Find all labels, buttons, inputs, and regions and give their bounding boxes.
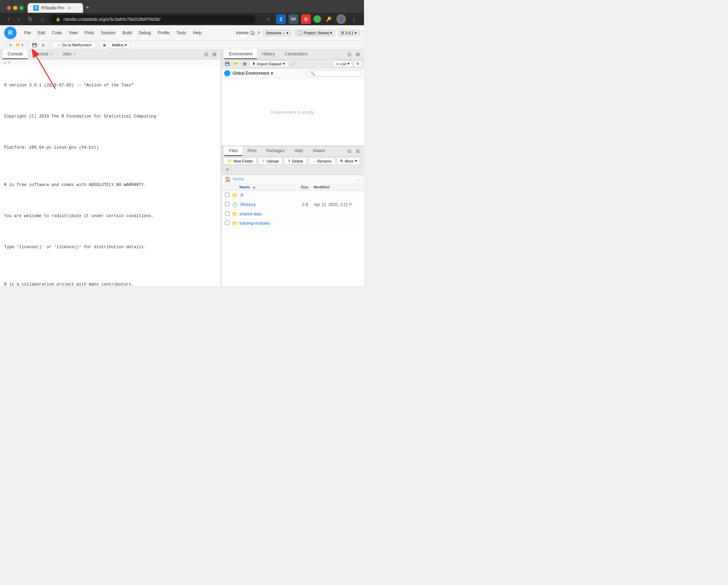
tab-environment[interactable]: Environment	[224, 49, 257, 59]
list-button[interactable]: ≡ List ▾	[333, 61, 353, 67]
file-checkbox-r[interactable]	[225, 193, 232, 198]
close-window-button[interactable]	[7, 6, 11, 10]
tab-terminal[interactable]: Terminal ×	[28, 49, 57, 59]
tab-help[interactable]: Help	[290, 146, 308, 156]
reload-button[interactable]: ↻	[26, 15, 35, 23]
menu-build[interactable]: Build	[119, 29, 135, 37]
g-extension-icon[interactable]: G	[301, 14, 311, 24]
file-checkbox-rhistory[interactable]	[225, 202, 232, 207]
open-file-button[interactable]: 📂 ▾	[15, 42, 25, 48]
collapse-left-button[interactable]: ⊟	[203, 51, 210, 58]
back-button[interactable]: ‹	[6, 15, 11, 23]
minimize-window-button[interactable]	[13, 6, 17, 10]
expand-files-button[interactable]: ⊞	[354, 148, 361, 155]
project-button[interactable]: 📋 Project: (None) ▾	[294, 30, 335, 36]
sh-extension-icon[interactable]: SH	[289, 14, 298, 24]
tab-jobs[interactable]: Jobs ×	[57, 49, 80, 59]
minimize-files-button[interactable]: ⊟	[346, 148, 353, 155]
checkbox-training-modules[interactable]	[225, 221, 229, 225]
file-name-r[interactable]: .R	[239, 193, 286, 198]
files-panel-tabs: Files Plots Packages Help Viewer	[221, 146, 364, 156]
env-broom-button[interactable]: 🧹	[290, 61, 297, 67]
menu-session[interactable]: Session	[97, 29, 119, 37]
console-line-2: Copyright (C) 2019 The R Foundation for …	[4, 113, 217, 120]
new-tab-button[interactable]: +	[83, 3, 92, 13]
menu-edit[interactable]: Edit	[34, 29, 48, 37]
checkbox-shared-data[interactable]	[225, 211, 229, 216]
file-name-training-modules[interactable]: training-modules	[239, 221, 286, 226]
goto-file-button[interactable]: → Go to file/function	[52, 42, 96, 48]
new-file-button[interactable]: 📄 ▾	[3, 42, 13, 48]
save-button[interactable]: 💾	[31, 42, 38, 48]
terminal-close-icon[interactable]: ×	[50, 52, 53, 56]
header-modified[interactable]: Modified	[314, 185, 361, 189]
key-icon[interactable]: 🔑	[324, 14, 334, 24]
tab-viewer[interactable]: Viewer	[308, 146, 330, 156]
path-home-label[interactable]: Home	[233, 177, 244, 182]
menu-profile[interactable]: Profile	[154, 29, 173, 37]
expand-env-button[interactable]: ⊞	[354, 51, 361, 58]
menu-code[interactable]: Code	[48, 29, 65, 37]
path-options-icon[interactable]: …	[356, 176, 361, 182]
expand-left-button[interactable]: ⊞	[211, 51, 218, 58]
upload-button[interactable]: ⬆ Upload	[258, 157, 282, 165]
right-panel: Environment History Connections ⊟ ⊞ 💾	[221, 49, 364, 286]
files-refresh-button[interactable]: ↻	[224, 166, 232, 174]
menu-right-area: trainee 🏠 ↗ Sessions ⬦ ▾ 📋 Project: (Non…	[236, 30, 360, 36]
menu-view[interactable]: View	[65, 29, 81, 37]
run-button[interactable]: ▶	[102, 42, 108, 48]
folder-icon-r: 📁	[232, 193, 239, 198]
env-save-button[interactable]: 💾	[224, 61, 231, 67]
toolbar: 📄 ▾ 📂 ▾ 💾 🖨 → Go to file/function ▶ Addi…	[0, 41, 364, 49]
browser-tab[interactable]: R RStudio Pro ×	[28, 3, 83, 13]
file-name-rhistory[interactable]: .Rhistory	[239, 202, 286, 207]
file-size-rhistory: 0 B	[286, 202, 314, 207]
file-checkbox-training-modules[interactable]	[225, 221, 232, 226]
rename-button[interactable]: → Rename	[308, 158, 336, 165]
tab-console[interactable]: Console	[3, 49, 28, 59]
user-avatar[interactable]: 👤	[336, 14, 346, 24]
sessions-button[interactable]: Sessions ⬦ ▾	[263, 30, 292, 36]
menu-tools[interactable]: Tools	[173, 29, 190, 37]
menu-debug[interactable]: Debug	[135, 29, 154, 37]
env-search-input[interactable]	[307, 70, 361, 76]
menu-icon[interactable]: ⋮	[349, 14, 358, 24]
star-icon[interactable]: ☆	[264, 14, 273, 24]
url-input[interactable]: 🔒 rstudio.ccdatalab.org/s/5c3afcfc78a318…	[50, 15, 255, 24]
tab-close-button[interactable]: ×	[68, 5, 71, 11]
new-folder-button[interactable]: 📁 New Folder	[224, 157, 257, 165]
menu-help[interactable]: Help	[190, 29, 205, 37]
addins-button[interactable]: Addins ▾	[109, 42, 130, 48]
fullscreen-window-button[interactable]	[19, 6, 24, 10]
checkbox-rhistory[interactable]	[225, 202, 229, 206]
checkbox-r[interactable]	[225, 193, 229, 197]
import-dataset-button[interactable]: ⬆ Import Dataset ▾	[249, 61, 288, 67]
console-line-6: You are welcome to redistribute it under…	[4, 213, 217, 219]
env-grid-button[interactable]: ▦	[242, 61, 248, 67]
forward-button[interactable]: ›	[16, 15, 21, 23]
console-path-area: ~/ ↗	[0, 59, 221, 66]
file-checkbox-shared-data[interactable]	[225, 211, 232, 217]
menu-plots[interactable]: Plots	[81, 29, 98, 37]
green-dot-icon[interactable]	[313, 15, 321, 23]
home-button[interactable]: ⌂	[39, 15, 46, 23]
header-name[interactable]: Name ▲	[239, 185, 286, 189]
minimize-env-button[interactable]: ⊟	[346, 51, 353, 58]
print-button[interactable]: 🖨	[40, 42, 46, 48]
header-size[interactable]: Size	[286, 185, 314, 189]
tab-files[interactable]: Files	[224, 146, 243, 156]
menu-file[interactable]: File	[21, 29, 34, 37]
file-name-shared-data[interactable]: shared-data	[239, 212, 286, 216]
r-version-button[interactable]: R 3.6.1 ▾	[338, 30, 360, 36]
z-extension-icon[interactable]: Z	[276, 14, 286, 24]
env-open-button[interactable]: 📂	[233, 61, 240, 67]
tab-connections[interactable]: Connections	[280, 49, 313, 59]
tab-packages[interactable]: Packages	[262, 146, 290, 156]
delete-button[interactable]: ✕ Delete	[284, 157, 307, 165]
tab-plots[interactable]: Plots	[243, 146, 262, 156]
env-refresh-button[interactable]: ↻	[354, 61, 362, 67]
more-button[interactable]: ⚙ More ▾	[337, 157, 360, 165]
global-env-label: Global Environment	[233, 71, 269, 76]
tab-history[interactable]: History	[257, 49, 280, 59]
jobs-close-icon[interactable]: ×	[73, 52, 76, 56]
